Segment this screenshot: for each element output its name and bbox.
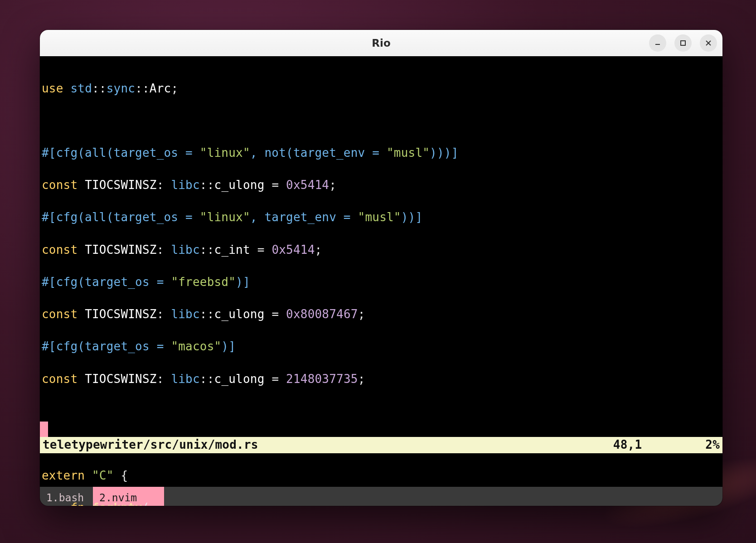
- titlebar-buttons: [649, 34, 717, 52]
- maximize-icon: [679, 39, 687, 47]
- status-percent: 2%: [705, 437, 720, 453]
- vim-statusbar: teletypewriter/src/unix/mod.rs 48,1 2%: [40, 437, 722, 453]
- close-icon: [705, 39, 712, 47]
- maximize-button[interactable]: [674, 34, 692, 52]
- terminal-window: Rio use std::sync::Arc; #[cfg(all(target…: [40, 30, 722, 506]
- cursor: [40, 422, 48, 437]
- status-position: 48,1: [613, 437, 642, 453]
- terminal-viewport[interactable]: use std::sync::Arc; #[cfg(all(target_os …: [40, 56, 722, 487]
- titlebar[interactable]: Rio: [40, 30, 722, 56]
- keyword-use: use: [42, 82, 63, 95]
- minimize-button[interactable]: [649, 34, 666, 52]
- status-file: teletypewriter/src/unix/mod.rs: [43, 437, 258, 453]
- window-title: Rio: [372, 37, 390, 49]
- svg-rect-1: [681, 41, 685, 45]
- close-button[interactable]: [700, 34, 717, 52]
- minimize-icon: [654, 39, 661, 47]
